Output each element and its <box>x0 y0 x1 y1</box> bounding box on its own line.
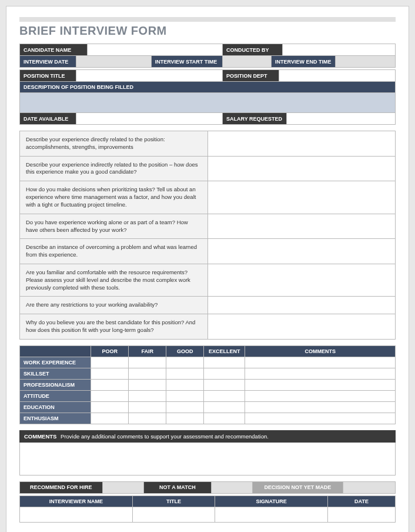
decision-row: RECOMMEND FOR HIRE NOT A MATCH DECISION … <box>19 481 396 494</box>
rating-cell[interactable] <box>91 379 129 390</box>
not-yet-label: DECISION NOT YET MADE <box>253 481 343 493</box>
header-row-5: DATE AVAILABLE SALARY REQUESTED <box>19 112 396 125</box>
interview-start-field[interactable] <box>223 56 272 68</box>
rating-cell[interactable] <box>91 413 129 424</box>
rating-cell[interactable] <box>91 390 129 401</box>
answer-field[interactable] <box>208 297 396 314</box>
question-text: How do you make decisions when prioritiz… <box>20 181 208 214</box>
rating-cell[interactable] <box>166 368 204 379</box>
rating-cell[interactable] <box>129 413 166 424</box>
position-title-label: POSITION TITLE <box>20 70 76 82</box>
not-match-field[interactable] <box>211 481 252 493</box>
position-dept-field[interactable] <box>279 70 395 82</box>
rating-cell[interactable] <box>204 401 245 413</box>
answer-field[interactable] <box>208 181 396 214</box>
recommend-label: RECOMMEND FOR HIRE <box>20 481 103 493</box>
interviewer-name-label: INTERVIEWER NAME <box>20 496 133 507</box>
question-text: Describe an instance of overcoming a pro… <box>20 239 208 264</box>
candidate-name-label: CANDIDATE NAME <box>20 44 88 56</box>
interview-end-field[interactable] <box>335 56 395 68</box>
rating-cell[interactable] <box>91 401 129 413</box>
rating-cell[interactable] <box>166 357 204 368</box>
not-match-label: NOT A MATCH <box>143 481 211 493</box>
header-row-3: POSITION TITLE POSITION DEPT <box>19 69 396 82</box>
answer-field[interactable] <box>208 214 396 239</box>
rating-cell[interactable] <box>166 390 204 401</box>
rating-cell[interactable] <box>129 401 166 413</box>
header-row-2: INTERVIEW DATE INTERVIEW START TIME INTE… <box>19 55 396 68</box>
rating-cell[interactable] <box>204 390 245 401</box>
answer-field[interactable] <box>208 131 396 157</box>
salary-requested-field[interactable] <box>286 113 395 125</box>
header-row-1: CANDIDATE NAME CONDUCTED BY <box>19 44 396 56</box>
rating-cell[interactable] <box>129 390 166 401</box>
interview-start-label: INTERVIEW START TIME <box>151 56 222 68</box>
signature-field[interactable] <box>215 507 328 522</box>
question-text: Are there any restrictions to your worki… <box>20 297 208 314</box>
answer-field[interactable] <box>208 239 396 264</box>
rating-cell[interactable] <box>166 379 204 390</box>
rating-cell[interactable] <box>245 401 396 413</box>
interview-date-label: INTERVIEW DATE <box>20 56 76 68</box>
position-dept-label: POSITION DEPT <box>223 70 279 82</box>
comments-label: COMMENTS <box>24 433 56 440</box>
comments-bar: COMMENTS Provide any additional comments… <box>19 430 396 443</box>
conducted-by-field[interactable] <box>283 44 396 56</box>
signature-table: INTERVIEWER NAME TITLE SIGNATURE DATE <box>19 496 396 523</box>
rating-cell[interactable] <box>166 401 204 413</box>
rating-cell[interactable] <box>204 413 245 424</box>
position-title-field[interactable] <box>76 70 222 82</box>
question-text: Do you have experience working alone or … <box>20 214 208 239</box>
rating-row-label: EDUCATION <box>20 401 91 413</box>
date-available-label: DATE AVAILABLE <box>20 113 76 125</box>
rating-cell[interactable] <box>166 413 204 424</box>
rating-row-label: ATTITUDE <box>20 390 91 401</box>
answer-field[interactable] <box>208 156 396 181</box>
rating-col-header: COMMENTS <box>245 345 396 357</box>
not-yet-field[interactable] <box>343 481 395 493</box>
sig-date-field[interactable] <box>327 507 395 522</box>
page: BRIEF INTERVIEW FORM CANDIDATE NAME COND… <box>6 6 409 532</box>
question-text: Describe your experience directly relate… <box>20 131 208 157</box>
comments-text: Provide any additional comments to suppo… <box>61 433 269 440</box>
rating-row-label: SKILLSET <box>20 368 91 379</box>
salary-requested-label: SALARY REQUESTED <box>223 113 287 125</box>
rating-col-header: FAIR <box>129 345 166 357</box>
interviewer-name-field[interactable] <box>20 507 133 522</box>
description-field[interactable] <box>20 93 396 113</box>
rating-row-label: WORK EXPERIENCE <box>20 357 91 368</box>
rating-cell[interactable] <box>204 368 245 379</box>
rating-cell[interactable] <box>204 357 245 368</box>
answer-field[interactable] <box>208 264 396 296</box>
rating-cell[interactable] <box>129 357 166 368</box>
ratings-table: POORFAIRGOODEXCELLENTCOMMENTS WORK EXPER… <box>19 345 396 424</box>
rating-cell[interactable] <box>129 368 166 379</box>
rating-row-label: ENTHUSIASM <box>20 413 91 424</box>
question-text: Describe your experience indirectly rela… <box>20 156 208 181</box>
recommend-field[interactable] <box>102 481 143 493</box>
description-section: DESCRIPTION OF POSITION BEING FILLED <box>19 81 396 113</box>
candidate-name-field[interactable] <box>88 44 223 56</box>
comments-field[interactable] <box>19 443 396 476</box>
sig-title-field[interactable] <box>132 507 215 522</box>
question-text: Are you familiar and comfortable with th… <box>20 264 208 296</box>
description-label: DESCRIPTION OF POSITION BEING FILLED <box>20 82 396 93</box>
rating-cell[interactable] <box>245 390 396 401</box>
rating-cell[interactable] <box>129 379 166 390</box>
rating-col-header: GOOD <box>166 345 204 357</box>
rating-cell[interactable] <box>91 357 129 368</box>
rating-cell[interactable] <box>204 379 245 390</box>
rating-cell[interactable] <box>245 368 396 379</box>
answer-field[interactable] <box>208 314 396 340</box>
rating-cell[interactable] <box>245 379 396 390</box>
interview-date-field[interactable] <box>76 56 151 68</box>
questions-table: Describe your experience directly relate… <box>19 131 396 340</box>
form-title: BRIEF INTERVIEW FORM <box>19 24 396 39</box>
signature-label: SIGNATURE <box>215 496 328 507</box>
sig-date-label: DATE <box>327 496 395 507</box>
date-available-field[interactable] <box>76 113 222 125</box>
rating-cell[interactable] <box>245 413 396 424</box>
rating-cell[interactable] <box>245 357 396 368</box>
question-text: Why do you believe you are the best cand… <box>20 314 208 340</box>
rating-cell[interactable] <box>91 368 129 379</box>
